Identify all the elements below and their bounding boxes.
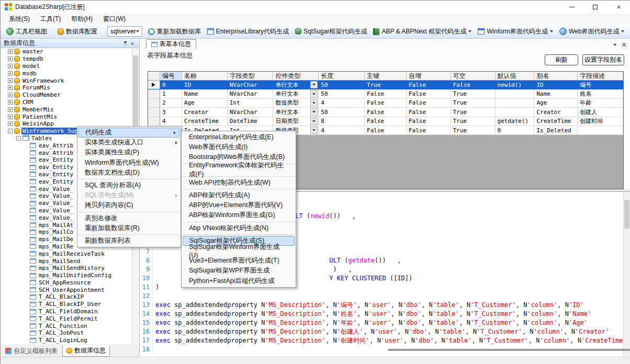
menu-item[interactable]: Winform界面代码生成(W)	[77, 158, 181, 168]
grid-cell[interactable]: False	[407, 108, 451, 117]
expander-icon[interactable]: +	[8, 64, 13, 69]
expander-icon[interactable]: +	[8, 121, 13, 126]
maximize-button[interactable]	[583, 1, 607, 13]
grid-cell[interactable]: False	[407, 117, 451, 126]
grid-cell[interactable]: False	[365, 89, 407, 98]
tree-item[interactable]: SCH_UserAppointment	[1, 286, 132, 293]
tree-item[interactable]: mps_MailReceiveTask	[1, 250, 132, 257]
grid-cell[interactable]: Creator	[534, 108, 578, 117]
grid-cell[interactable]: False	[407, 99, 451, 108]
grid-cell[interactable]: 单行文本	[273, 81, 319, 89]
grid-cell[interactable]: True	[451, 108, 496, 117]
menu-item[interactable]: 实体类生成快速入口	[77, 138, 181, 147]
toolbar-button-db-config[interactable]: 数据库配置	[55, 26, 100, 37]
menu-item[interactable]: Python+FastApi后端代码生成	[182, 276, 296, 286]
grid-cell[interactable]: 1	[160, 89, 182, 98]
table-row[interactable]: 2AgeInt数值类型4FalseFalseTrueAge年龄	[148, 99, 623, 108]
grid-cell[interactable]: CreateTime	[534, 117, 578, 126]
grid-cell[interactable]	[496, 89, 535, 98]
grid-cell[interactable]: 8	[319, 117, 365, 126]
table-row[interactable]: 1NameNVarChar单行文本50FalseFalseTrueName姓名	[148, 89, 623, 98]
menubar-item[interactable]: 窗口(W)	[98, 14, 131, 25]
menu-item[interactable]: 重新加载数据库(R)	[77, 223, 181, 233]
grid-cell[interactable]: 4	[319, 99, 365, 108]
toolbar-button-sqlsugar-codegen[interactable]: SqlSugar框架代码生成	[292, 26, 369, 37]
toolbar-button-abp-abpnext-codegen[interactable]: ABP & ABPNext 框架代码生成	[370, 26, 474, 37]
tree-item[interactable]: T_ACL_FieldPermit	[1, 315, 132, 322]
tree-item[interactable]: +tempdb	[1, 55, 132, 63]
grid-cell[interactable]: ID	[534, 81, 578, 89]
column-header[interactable]: 别名	[534, 72, 578, 81]
refresh-button[interactable]: 刷新	[545, 54, 578, 65]
grid-cell[interactable]: Is_Deleted	[534, 126, 578, 135]
expander-icon[interactable]: +	[8, 78, 13, 83]
menu-item[interactable]: Web界面代码生成(I)	[182, 142, 296, 152]
grid-cell[interactable]: 日期类型	[273, 117, 319, 126]
column-header[interactable]: 自增	[407, 72, 451, 81]
toolbar-button-web-ui-codegen[interactable]: Web界面代码生成	[557, 26, 627, 37]
scrollbar-thumb[interactable]	[624, 200, 629, 229]
pin-button[interactable]	[121, 40, 129, 47]
grid-cell[interactable]: Int	[228, 99, 274, 108]
grid-cell[interactable]: getdate()	[496, 117, 535, 126]
row-header-cell[interactable]	[148, 108, 160, 117]
grid-cell[interactable]	[578, 126, 623, 135]
menu-item[interactable]: SqlSugar框架Winform界面生成(U)	[182, 246, 296, 256]
grid-cell[interactable]: NVarChar	[228, 89, 274, 98]
menubar-item[interactable]: 系统(S)	[4, 14, 35, 25]
grid-cell[interactable]: 2	[160, 99, 182, 108]
column-header[interactable]: 编号	[160, 72, 182, 81]
menu-item[interactable]: Vue3+Element界面代码生成(T)	[182, 256, 296, 266]
expander-icon[interactable]: +	[8, 49, 13, 54]
menu-item[interactable]: Web API控制器代码生成(W)	[182, 178, 296, 188]
tree-item[interactable]: +CRM	[1, 99, 132, 106]
column-header[interactable]: 长度	[319, 72, 365, 81]
cell-combo-button[interactable]	[310, 81, 318, 88]
grid-cell[interactable]: DateTime	[228, 117, 274, 126]
grid-cell[interactable]: Name	[534, 89, 578, 98]
tree-item[interactable]: T_ACL_FieldDomain	[1, 308, 132, 315]
grid-cell[interactable]: 创建人	[578, 108, 623, 117]
panel-close-button[interactable]: ×	[129, 40, 136, 47]
set-field-alias-button[interactable]: 设置字段别名	[582, 54, 624, 65]
expander-icon[interactable]: +	[8, 71, 13, 76]
tree-item[interactable]: +msdb	[1, 70, 132, 77]
grid-cell[interactable]	[496, 108, 535, 117]
table-row[interactable]: 0IDNVarChar单行文本50TrueFalseFalsenewid()ID…	[148, 81, 623, 89]
tree-item[interactable]: mps_MailUnifiedConfig	[1, 272, 132, 279]
grid-cell[interactable]: ID	[182, 81, 228, 89]
minimize-button[interactable]	[560, 1, 583, 13]
column-header[interactable]: 主键	[365, 72, 407, 81]
grid-cell[interactable]: True	[451, 126, 496, 135]
grid-cell[interactable]: 姓名	[578, 89, 623, 98]
cell-combo-button[interactable]	[310, 99, 318, 107]
expander-icon[interactable]: +	[8, 115, 13, 119]
tree-item[interactable]: +WinFramework	[1, 77, 132, 84]
column-header[interactable]: 默认值	[496, 72, 535, 81]
grid-cell[interactable]: 50	[319, 89, 365, 98]
grid-cell[interactable]: False	[407, 89, 451, 98]
grid-cell[interactable]: 年龄	[578, 99, 623, 108]
grid-cell[interactable]: True	[365, 81, 407, 89]
grid-cell[interactable]: NVarChar	[228, 108, 274, 117]
tab-list-dropdown-button[interactable]	[613, 44, 616, 46]
row-header-cell[interactable]	[148, 99, 160, 108]
column-header[interactable]: 可空	[451, 72, 496, 81]
table-row[interactable]: 4CreateTimeDateTime日期类型8FalseFalseTruege…	[148, 117, 623, 126]
row-header-cell[interactable]	[148, 81, 160, 89]
toolbar-button-reload-database[interactable]: 重新加载数据库	[145, 26, 204, 37]
grid-cell[interactable]	[496, 99, 535, 108]
tree-item[interactable]: +master	[1, 48, 132, 55]
column-header[interactable]: 字段描述	[578, 72, 623, 81]
grid-cell[interactable]: 数值类型	[273, 99, 319, 108]
tree-item[interactable]: T_ACL_JobPost	[1, 329, 132, 337]
tree-item[interactable]: mps_MailSendHistory	[1, 265, 132, 272]
cell-combo-button[interactable]	[310, 118, 318, 125]
tree-item[interactable]: T_ACL_BlackIP_User	[1, 301, 132, 308]
tab-table-basic-info[interactable]: 表基本信息	[146, 39, 196, 49]
grid-cell[interactable]: 50	[319, 81, 365, 89]
grid-cell[interactable]: False	[365, 126, 407, 135]
menu-item[interactable]: 刷新数据库列表	[77, 236, 181, 246]
grid-cell[interactable]: True	[451, 99, 496, 108]
document-close-button[interactable]: ×	[622, 40, 626, 50]
